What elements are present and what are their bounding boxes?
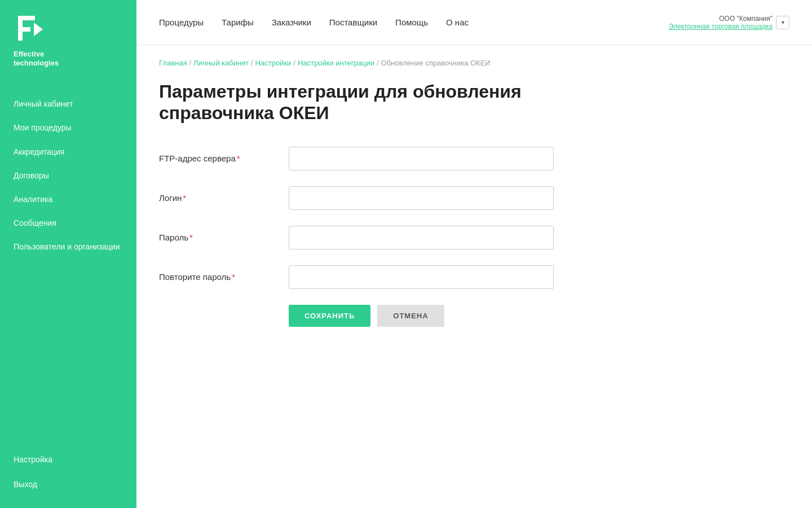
content-area: Главная / Личный кабинет / Настройки / Н…	[136, 45, 812, 349]
password-row: Пароль*	[159, 226, 554, 249]
sidebar-item-contracts[interactable]: Договоры	[0, 164, 136, 187]
topnav-dropdown-button[interactable]: ▾	[776, 16, 789, 29]
ftp-address-label: FTP-адрес сервера*	[159, 154, 289, 163]
svg-marker-3	[34, 23, 43, 36]
sidebar-item-settings[interactable]: Настройка	[0, 447, 136, 472]
main-content: Процедуры Тарифы Заказчики Поставщики По…	[136, 0, 812, 508]
ftp-required-star: *	[237, 154, 240, 163]
sidebar-item-analytics[interactable]: Аналитика	[0, 187, 136, 211]
logo-icon	[14, 11, 123, 45]
confirm-password-input[interactable]	[289, 265, 554, 289]
confirm-required-star: *	[232, 272, 235, 282]
password-input[interactable]	[289, 226, 554, 249]
sidebar-logo: Effective technologies	[0, 0, 136, 81]
breadcrumb-home[interactable]: Главная	[159, 59, 187, 67]
sidebar: Effective technologies Личный кабинет Мо…	[0, 0, 136, 508]
login-label: Логин*	[159, 193, 289, 203]
topnav-company-name: ООО "Компания"	[669, 15, 773, 23]
breadcrumb-sep-1: /	[189, 59, 191, 67]
breadcrumb: Главная / Личный кабинет / Настройки / Н…	[159, 59, 789, 67]
password-label: Пароль*	[159, 233, 289, 242]
breadcrumb-sep-3: /	[293, 59, 295, 67]
ftp-address-input[interactable]	[289, 147, 554, 170]
topnav: Процедуры Тарифы Заказчики Поставщики По…	[136, 0, 812, 45]
sidebar-item-users-orgs[interactable]: Пользователи и организации	[0, 235, 136, 259]
integration-form: FTP-адрес сервера* Логин* Пароль*	[159, 147, 554, 327]
save-button[interactable]: СОХРАНИТЬ	[289, 305, 370, 327]
topnav-link-help[interactable]: Помощь	[395, 15, 428, 29]
sidebar-item-personal-cabinet[interactable]: Личный кабинет	[0, 92, 136, 116]
svg-rect-2	[18, 27, 30, 32]
login-row: Логин*	[159, 186, 554, 210]
login-required-star: *	[183, 193, 186, 203]
breadcrumb-current: Обновление справочника ОКЕИ	[381, 59, 491, 67]
topnav-link-tariffs[interactable]: Тарифы	[222, 15, 254, 29]
svg-rect-1	[18, 16, 35, 20]
topnav-user: ООО "Компания" Электронная торговая площ…	[669, 15, 789, 30]
chevron-down-icon: ▾	[782, 19, 784, 25]
form-actions: СОХРАНИТЬ ОТМЕНА	[289, 305, 554, 327]
topnav-links: Процедуры Тарифы Заказчики Поставщики По…	[159, 15, 669, 29]
password-required-star: *	[189, 233, 193, 242]
breadcrumb-sep-4: /	[377, 59, 379, 67]
sidebar-nav: Личный кабинет Мои процедуры Аккредитаци…	[0, 81, 136, 447]
sidebar-item-my-procedures[interactable]: Мои процедуры	[0, 116, 136, 139]
breadcrumb-settings[interactable]: Настройки	[255, 59, 292, 67]
cancel-button[interactable]: ОТМЕНА	[377, 305, 444, 327]
ftp-address-row: FTP-адрес сервера*	[159, 147, 554, 170]
sidebar-item-messages[interactable]: Сообщения	[0, 211, 136, 235]
breadcrumb-sep-2: /	[251, 59, 253, 67]
confirm-password-row: Повторите пароль*	[159, 265, 554, 289]
topnav-user-info: ООО "Компания" Электронная торговая площ…	[669, 15, 773, 30]
sidebar-bottom: Настройка Выход	[0, 447, 136, 508]
topnav-link-procedures[interactable]: Процедуры	[159, 15, 204, 29]
topnav-platform-label[interactable]: Электронная торговая площадка	[669, 23, 773, 30]
topnav-link-customers[interactable]: Заказчики	[272, 15, 311, 29]
breadcrumb-integration[interactable]: Настройки интеграции	[298, 59, 374, 67]
sidebar-item-accreditation[interactable]: Аккредитация	[0, 140, 136, 164]
topnav-link-about[interactable]: О нас	[446, 15, 469, 29]
breadcrumb-cabinet[interactable]: Личный кабинет	[193, 59, 249, 67]
page-title: Параметры интеграции для обновления спра…	[159, 81, 554, 124]
login-input[interactable]	[289, 186, 554, 210]
logo-text: Effective technologies	[14, 50, 123, 67]
topnav-link-suppliers[interactable]: Поставщики	[329, 15, 377, 29]
sidebar-item-logout[interactable]: Выход	[0, 472, 136, 497]
confirm-password-label: Повторите пароль*	[159, 272, 289, 282]
